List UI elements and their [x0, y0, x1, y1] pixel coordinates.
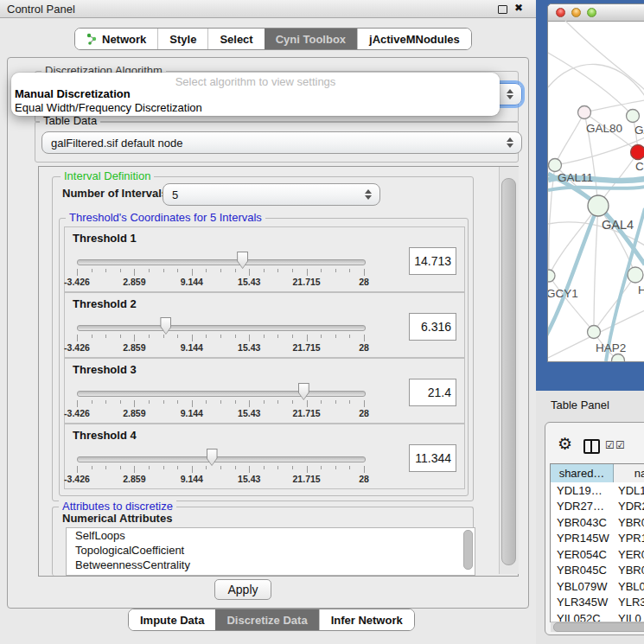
threshold-value-input[interactable] [409, 247, 456, 275]
settings-scrollbar-thumb[interactable] [501, 178, 516, 565]
threshold-slider-thumb[interactable] [298, 383, 309, 400]
slider-minor-tick [292, 269, 293, 272]
threshold-value-input[interactable] [409, 313, 456, 341]
num-intervals-value: 5 [172, 188, 178, 201]
cell-name[interactable]: YBL0 [613, 580, 644, 593]
cell-shared-name[interactable]: YDR27… [551, 500, 613, 513]
slider-tick-label: -3.426 [58, 277, 96, 287]
gear-icon[interactable]: ⚙ [558, 436, 572, 452]
dropdown-option-manual[interactable]: Manual Discretization [15, 87, 131, 100]
network-window: GAL80GACGAL11GAL4GCY1HHAP2 [547, 3, 644, 362]
checkbox-icon[interactable]: ☑ [615, 440, 625, 450]
table-row[interactable]: YBR045CYBR0 [551, 563, 644, 579]
cell-name[interactable]: YLR3 [613, 596, 644, 609]
cell-name[interactable]: YIL0 [613, 612, 641, 622]
threshold-slider-track[interactable] [77, 391, 366, 397]
num-intervals-combobox[interactable]: 5 [163, 183, 380, 206]
network-node-gcy1[interactable] [548, 270, 555, 282]
tab-cyni-toolbox[interactable]: Cyni Toolbox [265, 29, 357, 49]
table-row[interactable]: YLR345WYLR3 [551, 595, 644, 611]
threshold-slider-track[interactable] [77, 325, 366, 331]
network-node-gal4[interactable] [588, 195, 609, 216]
cell-shared-name[interactable]: YBR043C [551, 516, 613, 529]
tab-discretize-data[interactable]: Discretize Data [215, 609, 318, 630]
slider-minor-tick [206, 400, 207, 404]
column-header-shared-name[interactable]: shared… [551, 464, 614, 482]
table-hscrollbar-thumb[interactable] [553, 622, 644, 632]
threshold-slider-thumb[interactable] [237, 252, 248, 269]
cell-shared-name[interactable]: YBL079W [551, 580, 613, 593]
network-node-c[interactable] [631, 145, 644, 160]
slider-tick-label: 9.144 [173, 277, 211, 287]
cell-shared-name[interactable]: YBR045C [551, 564, 613, 577]
cell-name[interactable]: YBR0 [613, 564, 644, 577]
slider-minor-tick [120, 400, 121, 404]
cell-name[interactable]: YDR2 [613, 500, 644, 513]
cell-shared-name[interactable]: YIL052C [551, 612, 613, 622]
attribute-list-item[interactable]: BetweennessCentrality [67, 558, 475, 572]
slider-tick-label: 21.715 [288, 277, 326, 287]
slider-major-tick [134, 335, 135, 341]
interval-definition-title: Interval Definition [61, 170, 154, 182]
zoom-traffic-light-icon[interactable] [587, 8, 596, 17]
cell-shared-name[interactable]: YLR345W [551, 596, 613, 609]
cell-name[interactable]: YER0 [613, 548, 644, 561]
slider-major-tick [134, 400, 135, 407]
tab-jactivemnodules[interactable]: jActiveMNodules [357, 29, 471, 49]
tab-select[interactable]: Select [207, 29, 264, 49]
table-row[interactable]: YBR043CYBR0 [551, 514, 644, 531]
network-node-hap2[interactable] [588, 326, 601, 339]
threshold-value-input[interactable] [409, 379, 456, 406]
network-node-gal11[interactable] [549, 159, 562, 172]
threshold-slider-thumb[interactable] [160, 317, 171, 335]
close-traffic-light-icon[interactable] [556, 8, 565, 17]
network-canvas[interactable]: GAL80GACGAL11GAL4GCY1HHAP2 [548, 21, 644, 361]
minimize-traffic-light-icon[interactable] [571, 8, 581, 17]
network-window-titlebar[interactable] [548, 4, 644, 22]
float-window-icon[interactable] [498, 5, 507, 14]
slider-tick-label: 28 [345, 277, 383, 287]
table-row[interactable]: YBL079WYBL0 [551, 578, 644, 595]
slider-tick-label: 2.859 [115, 277, 153, 287]
attribute-list-item[interactable]: TopologicalCoefficient [67, 543, 475, 558]
network-node-h[interactable] [628, 267, 643, 283]
node-label: C [635, 160, 644, 173]
checkbox-icon[interactable]: ☑ [605, 440, 615, 450]
dropdown-option-equal-width[interactable]: Equal Width/Frequency Discretization [15, 101, 202, 114]
tab-infer-network[interactable]: Infer Network [319, 609, 414, 630]
threshold-value-input[interactable] [409, 444, 456, 472]
close-icon[interactable]: ✖ [514, 2, 523, 14]
attributes-list[interactable]: SelfLoopsTopologicalCoefficientBetweenne… [66, 527, 475, 576]
cell-name[interactable]: YPR1 [613, 532, 644, 545]
combo-arrows-icon [507, 137, 513, 148]
table-row[interactable]: YER054CYER0 [551, 546, 644, 563]
table-row[interactable]: YIL052CYIL0 [551, 610, 644, 622]
table-row[interactable]: YDL19…YDL1 [551, 482, 644, 499]
cell-name[interactable]: YDL1 [613, 484, 644, 497]
cell-shared-name[interactable]: YER054C [551, 548, 613, 561]
cell-shared-name[interactable]: YDL19… [551, 484, 613, 497]
threshold-slider-track[interactable] [77, 456, 366, 462]
table-data-combobox[interactable]: galFiltered.sif default node [41, 131, 522, 154]
cell-name[interactable]: YBR0 [613, 516, 644, 529]
cell-shared-name[interactable]: YPR145W [551, 532, 613, 545]
slider-minor-tick [321, 335, 322, 338]
threshold-slider-thumb[interactable] [207, 449, 218, 466]
slider-minor-tick [335, 335, 336, 338]
column-header-name[interactable]: name [614, 464, 644, 482]
split-columns-icon[interactable] [583, 439, 600, 454]
network-node-ga[interactable] [627, 110, 640, 123]
tab-impute-data[interactable]: Impute Data [129, 609, 215, 630]
slider-tick-label: 15.43 [230, 277, 268, 287]
tab-style[interactable]: Style [157, 29, 207, 49]
tab-network[interactable]: Network [75, 29, 157, 49]
table-row[interactable]: YDR27…YDR2 [551, 499, 644, 515]
apply-button[interactable]: Apply [214, 579, 271, 600]
table-row[interactable]: YPR145WYPR1 [551, 531, 644, 547]
network-node[interactable] [612, 354, 625, 362]
network-node-gal80[interactable] [578, 106, 591, 119]
table-data-group-title: Table Data [40, 115, 100, 127]
attribute-list-item[interactable]: SelfLoops [67, 528, 475, 543]
attributes-list-scrollbar-thumb[interactable] [463, 530, 473, 570]
threshold-slider-track[interactable] [77, 259, 366, 265]
